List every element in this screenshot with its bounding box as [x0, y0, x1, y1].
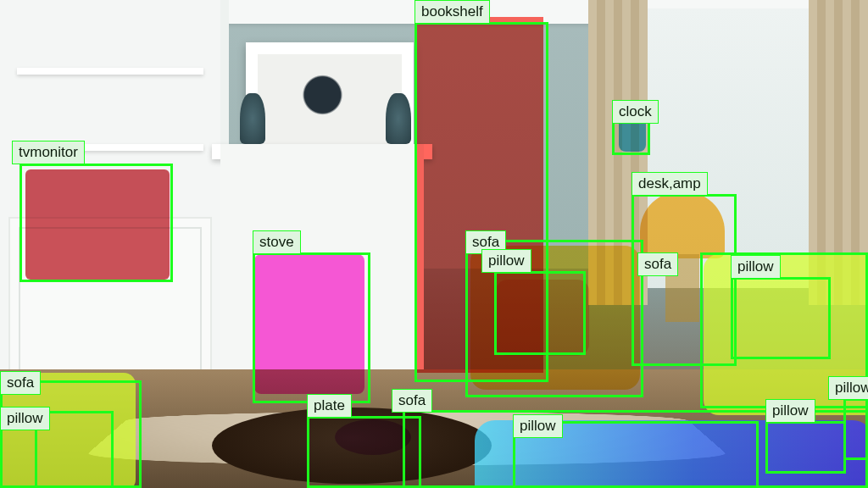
shelf	[17, 68, 203, 75]
detection-label-bookshelf: bookshelf	[415, 0, 490, 24]
detection-label-sofa: sofa	[0, 371, 41, 395]
detection-label-pillow: pillow	[765, 399, 815, 423]
vase	[240, 93, 265, 144]
vase	[386, 93, 411, 144]
detection-label-desk-amp: desk,amp	[632, 172, 708, 196]
detection-box-stove	[253, 252, 370, 403]
detection-label-pillow: pillow	[0, 407, 50, 430]
detection-label-pillow: pillow	[513, 414, 563, 438]
detection-label-pillow: pillow	[481, 249, 531, 273]
detection-label-clock: clock	[612, 100, 659, 124]
detection-box-tvmonitor	[19, 164, 173, 282]
detection-label-sofa: sofa	[392, 389, 432, 413]
detection-label-pillow: pillow	[731, 255, 781, 279]
detection-label-tvmonitor: tvmonitor	[12, 141, 85, 164]
detection-box-pillow	[843, 398, 868, 460]
detection-label-stove: stove	[253, 230, 301, 254]
detection-box-pillow	[731, 277, 831, 359]
detection-label-pillow: pillow	[828, 376, 868, 400]
detection-box-pillow	[494, 271, 586, 355]
detection-box-pillow	[765, 421, 846, 474]
detection-label-sofa: sofa	[637, 252, 678, 276]
detection-label-plate: plate	[307, 394, 352, 418]
